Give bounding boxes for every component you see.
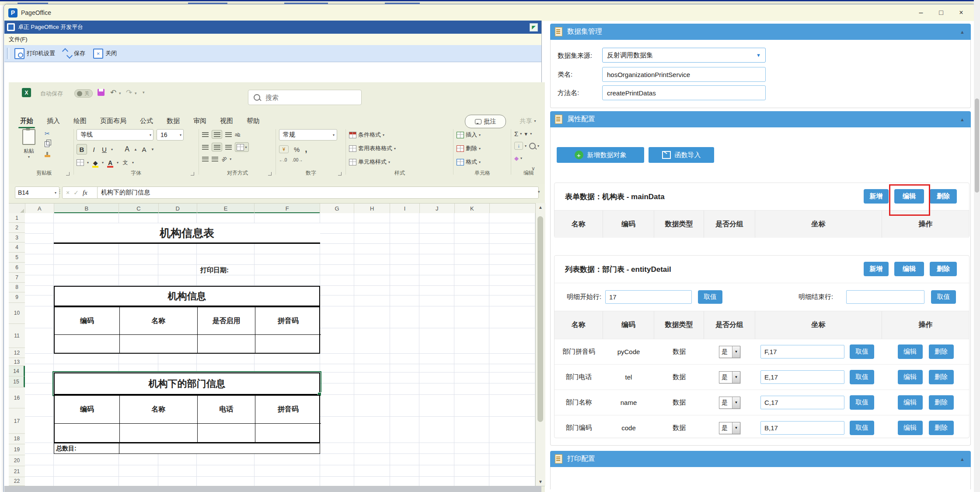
tab-home[interactable]: 开始	[19, 116, 34, 126]
clipboard-dialog-launcher-icon[interactable]	[66, 172, 70, 176]
comments-button[interactable]: 批注	[465, 115, 506, 128]
row-edit-button[interactable]: 编辑	[898, 395, 923, 410]
quick-save-icon[interactable]	[98, 89, 105, 96]
cut-icon[interactable]: ✂	[45, 130, 50, 137]
orientation-dropdown-icon[interactable]: ▾	[230, 157, 231, 161]
function-import-button[interactable]: 函数导入	[649, 147, 714, 163]
row-header[interactable]: 22	[9, 477, 25, 486]
method-name-input[interactable]	[602, 85, 766, 100]
coord-fetch-button[interactable]: 取值	[850, 344, 874, 359]
cancel-entry-icon[interactable]: ×	[66, 189, 70, 196]
row-header[interactable]: 4	[9, 242, 25, 253]
select-all-corner[interactable]	[9, 204, 25, 214]
align-right-icon[interactable]	[225, 145, 232, 150]
collapse-ribbon-icon[interactable]: ∨	[531, 165, 535, 172]
start-row-input[interactable]	[605, 290, 692, 304]
form-add-button[interactable]: 新增	[864, 189, 889, 204]
group-select[interactable]: 是▼	[719, 371, 740, 383]
row-delete-button[interactable]: 删除	[929, 370, 954, 384]
currency-icon[interactable]: ¥	[279, 145, 289, 153]
column-header-e[interactable]: E	[197, 204, 255, 214]
org-header-table[interactable]: 编码 名称 是否启用 拼音码	[54, 306, 320, 354]
cell-empty[interactable]	[198, 335, 255, 353]
class-name-input[interactable]	[602, 67, 766, 82]
comma-style-icon[interactable]: ,	[305, 144, 307, 154]
decrease-decimal-icon[interactable]: .00→	[292, 158, 303, 162]
font-color-dropdown-icon[interactable]: ▾	[117, 161, 119, 165]
section-header-dataset[interactable]: 数据集管理 ▲	[550, 24, 971, 40]
row-header[interactable]: 6	[9, 263, 25, 273]
row-header[interactable]: 7	[9, 273, 25, 283]
group-select[interactable]: 是▼	[719, 346, 740, 358]
row-delete-button[interactable]: 删除	[929, 395, 954, 410]
cell-dept-header[interactable]: 拼音码	[255, 396, 321, 424]
font-color-button[interactable]: A	[107, 159, 114, 166]
row-header[interactable]: 8	[9, 283, 25, 292]
column-header-l[interactable]	[490, 204, 535, 214]
orientation-icon[interactable]: ab	[220, 155, 228, 162]
list-edit-button[interactable]: 编辑	[894, 262, 924, 276]
dataset-source-select[interactable]: 反射调用数据集 ▼	[602, 48, 766, 63]
column-header-i[interactable]: I	[390, 204, 419, 214]
align-top-icon[interactable]	[202, 132, 209, 137]
row-header[interactable]: 11	[9, 324, 25, 348]
scroll-down-icon[interactable]: ▼	[536, 479, 545, 484]
borders-icon[interactable]	[77, 159, 84, 166]
undo-icon[interactable]: ↶	[110, 88, 116, 97]
clear-icon[interactable]: ◆	[514, 155, 519, 162]
autosave-toggle[interactable]: 关	[74, 89, 93, 98]
close-doc-button[interactable]: × 关闭	[91, 47, 119, 60]
coord-fetch-button[interactable]: 取值	[850, 370, 874, 384]
search-box[interactable]	[248, 90, 362, 105]
increase-indent-icon[interactable]	[212, 157, 218, 162]
search-input[interactable]	[265, 93, 345, 102]
conditional-format-button[interactable]: 条件格式 ▾	[349, 131, 450, 139]
total-row[interactable]: 总数目:	[54, 443, 320, 454]
align-middle-icon[interactable]	[212, 130, 222, 139]
row-header[interactable]: 19	[9, 444, 25, 455]
cell-org-box-title[interactable]: 机构信息	[54, 286, 320, 306]
cell-empty[interactable]	[198, 424, 255, 442]
save-button[interactable]: 保存	[60, 48, 88, 59]
row-header[interactable]: 18	[9, 434, 25, 444]
tab-page-layout[interactable]: 页面布局	[99, 116, 127, 126]
cell-empty[interactable]	[255, 335, 321, 353]
fill-color-button[interactable]: ◆	[92, 159, 99, 166]
wrap-text-icon[interactable]: ab̲	[235, 132, 240, 137]
row-header[interactable]: 16	[9, 387, 25, 408]
tab-formulas[interactable]: 公式	[139, 116, 154, 126]
row-header[interactable]: 20	[9, 455, 25, 466]
form-edit-button[interactable]: 编辑	[894, 189, 924, 204]
cell-empty[interactable]	[255, 424, 321, 442]
row-header[interactable]: 12	[9, 348, 25, 358]
column-header-c[interactable]: C	[119, 204, 158, 214]
column-header-f[interactable]: F	[255, 204, 320, 214]
collapse-icon[interactable]: ▲	[960, 29, 965, 35]
merge-center-button[interactable]: ▾	[235, 142, 249, 152]
cell-org-header[interactable]: 编码	[55, 307, 120, 335]
cell-styles-button[interactable]: 单元格样式 ▾	[349, 158, 450, 166]
cell-total-value[interactable]	[119, 443, 320, 453]
bold-button[interactable]: B	[77, 144, 87, 155]
dept-header-table[interactable]: 编码 名称 电话 拼音码	[54, 395, 320, 443]
cell-empty[interactable]	[55, 335, 120, 353]
fill-dropdown-icon[interactable]: ▾	[525, 144, 527, 148]
find-dropdown-icon[interactable]: ▾	[537, 144, 539, 148]
row-header[interactable]: 14	[9, 366, 25, 376]
coord-input[interactable]	[760, 396, 844, 409]
underline-button[interactable]: U	[101, 146, 108, 153]
tab-help[interactable]: 帮助	[246, 116, 261, 126]
borders-dropdown-icon[interactable]: ▾	[87, 161, 89, 165]
sort-filter-icon[interactable]: ▼	[523, 131, 528, 137]
percent-icon[interactable]: %	[294, 146, 300, 153]
font-size-select[interactable]: 16 ▾	[157, 129, 184, 141]
minimize-button[interactable]: –	[911, 4, 931, 21]
maximize-button[interactable]: □	[931, 4, 951, 21]
row-delete-button[interactable]: 删除	[929, 421, 954, 435]
row-edit-button[interactable]: 编辑	[898, 370, 923, 384]
decrease-indent-icon[interactable]	[202, 157, 209, 162]
printer-settings-button[interactable]: 打印机设置	[12, 47, 58, 60]
redo-dropdown-icon[interactable]: ▾	[135, 91, 137, 95]
section-header-attrs[interactable]: 属性配置 ▲	[550, 111, 971, 127]
row-delete-button[interactable]: 删除	[929, 344, 954, 359]
